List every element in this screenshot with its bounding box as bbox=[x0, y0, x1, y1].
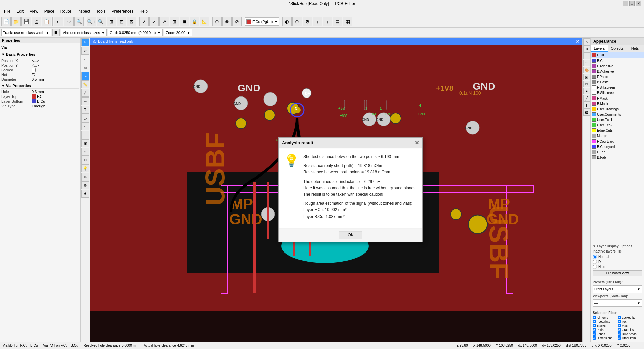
tool-rect[interactable]: □ bbox=[81, 131, 89, 139]
tool-highlight[interactable]: 💡 bbox=[81, 164, 89, 172]
rtb-layers[interactable]: ☰ bbox=[583, 52, 590, 59]
filter-checkbox-1[interactable] bbox=[618, 316, 621, 319]
layer-row-f-fab[interactable]: F.Fab bbox=[591, 149, 644, 155]
menu-view[interactable]: View bbox=[27, 8, 41, 14]
layer-row-f-courtyard[interactable]: F.Courtyard bbox=[591, 139, 644, 144]
tool-flip[interactable]: ⇅ bbox=[81, 173, 89, 181]
layer-row-user-comments[interactable]: User.Comments bbox=[591, 112, 644, 117]
rtb-fill[interactable]: ■ bbox=[583, 88, 590, 94]
track-dropdown[interactable]: Track: use netclass width ▼ bbox=[1, 29, 51, 36]
tool-fill[interactable]: ▣ bbox=[81, 139, 89, 147]
layer-row-b-cu[interactable]: B.Cu bbox=[591, 58, 644, 63]
tab-nets[interactable]: Nets bbox=[626, 45, 644, 52]
zoom-out-button[interactable]: 🔍- bbox=[97, 17, 106, 26]
inspect-tool[interactable]: ⊕ bbox=[81, 47, 89, 55]
layer-row-b-fab[interactable]: B.Fab bbox=[591, 155, 644, 160]
zoom-previous-button[interactable]: ⊠ bbox=[127, 17, 136, 26]
scripting-button[interactable]: ▤ bbox=[333, 17, 342, 26]
layer-row-f-paste[interactable]: F.Paste bbox=[591, 74, 644, 79]
layer-row-user-eco1[interactable]: User.Eco1 bbox=[591, 117, 644, 122]
mm-btn[interactable]: mm bbox=[81, 72, 89, 80]
layer-row-b-adhesive[interactable]: B.Adhesive bbox=[591, 69, 644, 74]
zoom-in-button[interactable]: 🔍+ bbox=[87, 17, 96, 26]
layer-row-f-adhesive[interactable]: F.Adhesive bbox=[591, 63, 644, 69]
layer-row-b-paste[interactable]: B.Paste bbox=[591, 79, 644, 85]
filter-checkbox-5[interactable] bbox=[618, 324, 621, 327]
rtb-color[interactable]: 🎨 bbox=[583, 67, 590, 73]
grid-dropdown[interactable]: Grid: 0.0250 mm (0.0010 in) ▼ bbox=[108, 29, 163, 36]
filter-checkbox-7[interactable] bbox=[618, 328, 621, 332]
net-highlight-button[interactable]: ⊕ bbox=[292, 17, 302, 26]
undo-button[interactable]: ↩ bbox=[54, 17, 63, 26]
tool7-button[interactable]: 📐 bbox=[200, 17, 209, 26]
ratsnest-button[interactable]: ⊗ bbox=[222, 17, 232, 26]
tool6-button[interactable]: 🔒 bbox=[190, 17, 199, 26]
tool-circle[interactable]: ○ bbox=[81, 122, 89, 130]
rtb-image[interactable]: 🖼 bbox=[583, 109, 590, 116]
menu-edit[interactable]: Edit bbox=[14, 8, 26, 14]
select-tool[interactable]: ↖ bbox=[81, 38, 89, 46]
rtb-select[interactable]: ↖ bbox=[583, 38, 590, 45]
track-interactive-button[interactable]: ☰ bbox=[52, 29, 60, 36]
menu-place[interactable]: Place bbox=[42, 8, 57, 14]
filter-checkbox-8[interactable] bbox=[593, 332, 596, 336]
layer-row-user-eco2[interactable]: User.Eco2 bbox=[591, 122, 644, 128]
menu-preferences[interactable]: Preferences bbox=[109, 8, 136, 14]
dialog-close-button[interactable]: ✕ bbox=[415, 140, 419, 146]
layer-row-f-silkscreen[interactable]: F.Silkscreen bbox=[591, 85, 644, 90]
search-button[interactable]: 🔍 bbox=[74, 17, 84, 26]
dim-radio[interactable] bbox=[593, 260, 597, 264]
plot-button[interactable]: 📋 bbox=[42, 17, 51, 26]
tab-objects[interactable]: Objects bbox=[608, 45, 626, 52]
filter-checkbox-6[interactable] bbox=[593, 328, 596, 332]
layer-row-b-mask[interactable]: B.Mask bbox=[591, 101, 644, 106]
tool4-button[interactable]: ⊞ bbox=[170, 17, 179, 26]
tool5-button[interactable]: ▣ bbox=[180, 17, 189, 26]
rtb-inspect[interactable]: ⊕ bbox=[583, 45, 590, 52]
highlight-button[interactable]: ◐ bbox=[282, 17, 292, 26]
filter-checkbox-10[interactable] bbox=[593, 336, 596, 340]
readonly-close-button[interactable]: ✕ bbox=[576, 39, 580, 44]
rtb-text[interactable]: T bbox=[583, 102, 590, 109]
layer-row-margin[interactable]: Margin bbox=[591, 133, 644, 139]
import-button[interactable]: ↕ bbox=[323, 17, 332, 26]
tool-route[interactable]: ╱ bbox=[81, 89, 89, 97]
layer-row-f-cu[interactable]: F.Cu bbox=[591, 52, 644, 58]
net-inspector-button[interactable]: ⊘ bbox=[232, 17, 242, 26]
menu-tools[interactable]: Tools bbox=[94, 8, 108, 14]
menu-file[interactable]: File bbox=[1, 8, 13, 14]
drc-button[interactable]: ⊕ bbox=[212, 17, 222, 26]
menu-help[interactable]: Help bbox=[137, 8, 150, 14]
tool-dimension[interactable]: ↔ bbox=[81, 148, 89, 156]
zoom-area-button[interactable]: ⊡ bbox=[117, 17, 126, 26]
tool-measure[interactable]: 📏 bbox=[81, 80, 89, 88]
open-button[interactable]: 📁 bbox=[11, 17, 21, 26]
layer-row-user-drawings[interactable]: User.Drawings bbox=[591, 106, 644, 112]
tool-settings[interactable]: ⚙ bbox=[81, 181, 89, 189]
tool-text[interactable]: T bbox=[81, 106, 89, 114]
print-button[interactable]: 🖨 bbox=[32, 17, 41, 26]
close-button[interactable]: ✕ bbox=[636, 1, 641, 6]
presets-dropdown[interactable]: Front Layers ▼ bbox=[593, 285, 642, 293]
layer-row-f-mask[interactable]: F.Mask bbox=[591, 95, 644, 101]
canvas-area[interactable]: ⚠ Board file is read only. ✕ bbox=[90, 38, 582, 342]
filter-checkbox-3[interactable] bbox=[618, 320, 621, 323]
filter-checkbox-4[interactable] bbox=[593, 324, 596, 327]
tool1-button[interactable]: ↗ bbox=[139, 17, 149, 26]
filter-checkbox-0[interactable] bbox=[593, 316, 596, 319]
tool2-button[interactable]: ↙ bbox=[149, 17, 159, 26]
board-setup-button[interactable]: ⚙ bbox=[303, 17, 312, 26]
zoom-fit-button[interactable]: ⊞ bbox=[107, 17, 116, 26]
layer-row-b-courtyard[interactable]: B.Courtyard bbox=[591, 144, 644, 149]
tab-layers[interactable]: Layers bbox=[591, 45, 608, 52]
flip-board-button[interactable]: Flip board view bbox=[593, 270, 642, 276]
rtb-net[interactable]: 〰 bbox=[583, 60, 590, 66]
layer-row-edge-cuts[interactable]: Edge.Cuts bbox=[591, 128, 644, 133]
tool-draw[interactable]: ✏ bbox=[81, 97, 89, 105]
redo-button[interactable]: ↪ bbox=[64, 17, 74, 26]
update-button[interactable]: ↓ bbox=[313, 17, 322, 26]
tool-extra[interactable]: ✱ bbox=[81, 190, 89, 198]
filter-checkbox-11[interactable] bbox=[618, 336, 621, 340]
zoom-dropdown[interactable]: Zoom 20.00 ▼ bbox=[164, 29, 192, 36]
hide-radio[interactable] bbox=[593, 265, 597, 269]
